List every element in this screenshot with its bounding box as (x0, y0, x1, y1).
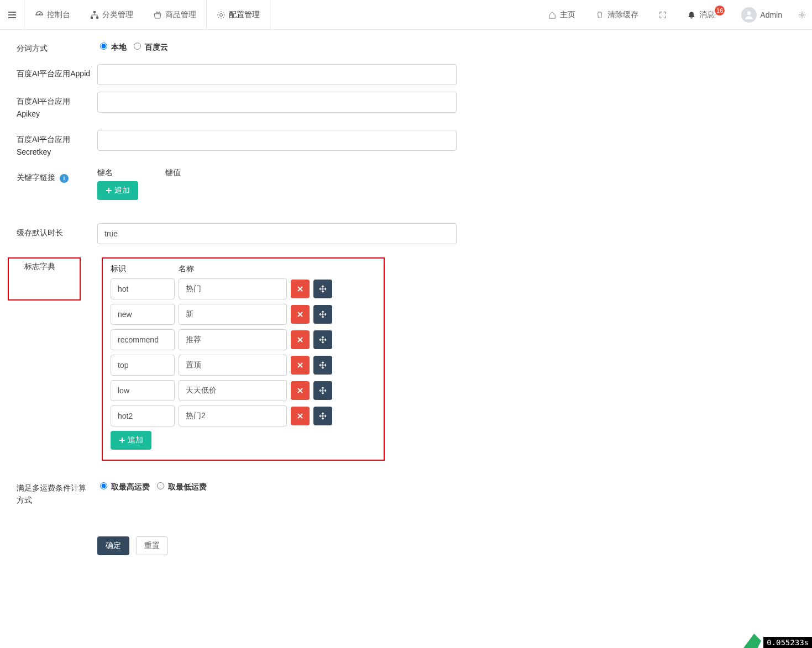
flag-delete-button[interactable] (291, 305, 310, 324)
apikey-label: 百度AI平台应用Apikey (0, 92, 97, 123)
svg-point-3 (220, 13, 223, 16)
nav-product[interactable]: 商品管理 (143, 0, 206, 29)
flag-move-button[interactable] (313, 280, 332, 298)
nav-messages[interactable]: 消息 16 (677, 0, 731, 29)
flag-id-input[interactable] (111, 405, 175, 426)
gear-icon (798, 10, 806, 19)
shipping-radio-group: 取最高运费 取最低运费 (97, 478, 209, 492)
reset-button[interactable]: 重置 (136, 536, 168, 555)
flag-name-input[interactable] (179, 329, 287, 350)
flag-header-id: 标识 (111, 264, 179, 274)
close-icon (297, 336, 303, 343)
trash-icon (595, 10, 604, 19)
flag-header: 标识 名称 (111, 264, 376, 274)
flag-id-input[interactable] (111, 329, 175, 350)
flag-name-input[interactable] (179, 278, 287, 299)
close-icon (297, 413, 303, 419)
shipping-radio-high[interactable] (100, 482, 107, 489)
svg-rect-0 (93, 11, 96, 13)
svg-point-5 (801, 13, 803, 15)
flag-delete-button[interactable] (291, 356, 310, 375)
menu-icon (8, 10, 17, 19)
flag-move-button[interactable] (313, 407, 332, 425)
message-badge: 16 (715, 6, 725, 15)
seg-radio-local[interactable] (100, 43, 107, 50)
flag-move-button[interactable] (313, 305, 332, 324)
flag-id-input[interactable] (111, 355, 175, 376)
plus-icon (119, 437, 125, 444)
flag-delete-button[interactable] (291, 407, 310, 425)
nav-console[interactable]: 控制台 (25, 0, 80, 29)
close-icon (297, 311, 303, 318)
info-icon[interactable]: i (60, 174, 69, 183)
bell-icon (687, 10, 696, 19)
nav-label: 主页 (560, 10, 575, 20)
kv-header-key: 键名 (97, 168, 165, 178)
svg-rect-1 (91, 17, 93, 19)
gear-icon (217, 10, 226, 19)
nav-home[interactable]: 主页 (538, 0, 585, 29)
flag-row (111, 405, 376, 426)
kv-append-button[interactable]: 追加 (97, 181, 138, 200)
nav-clear-cache[interactable]: 清除缓存 (585, 0, 648, 29)
nav-label: 消息 (699, 10, 715, 20)
nav-user[interactable]: Admin (731, 0, 792, 29)
flag-id-input[interactable] (111, 278, 175, 299)
flag-label: 标志字典 (24, 262, 55, 271)
move-icon (319, 285, 327, 293)
nav-label: 商品管理 (165, 10, 196, 20)
flag-name-input[interactable] (179, 304, 287, 325)
nav-settings[interactable] (792, 0, 812, 29)
kv-header: 键名 键值 (97, 168, 457, 178)
flag-id-input[interactable] (111, 304, 175, 325)
secret-label: 百度AI平台应用Secretkey (0, 130, 97, 161)
top-navbar: 控制台 分类管理 商品管理 配置管理 主页 (0, 0, 812, 30)
close-icon (297, 286, 303, 292)
basket-icon (153, 10, 162, 19)
flag-header-name: 名称 (179, 264, 289, 274)
keyword-link-label: 关键字链接 i (0, 168, 97, 187)
move-icon (319, 310, 327, 318)
flag-move-button[interactable] (313, 356, 332, 375)
flag-append-button[interactable]: 追加 (111, 431, 151, 450)
config-form: 分词方式 本地 百度云 百度AI平台应用Appid 百度AI平台应用Apikey… (0, 30, 812, 581)
move-icon (319, 387, 327, 394)
cache-label: 缓存默认时长 (0, 223, 97, 242)
flag-move-button[interactable] (313, 330, 332, 349)
appid-label: 百度AI平台应用Appid (0, 64, 97, 83)
flag-name-input[interactable] (179, 380, 287, 401)
seg-radio-local-label: 本地 (111, 43, 127, 51)
svg-rect-2 (96, 17, 98, 19)
cache-input[interactable] (97, 223, 457, 244)
sidebar-toggle[interactable] (0, 0, 25, 29)
appid-input[interactable] (97, 64, 457, 85)
plus-icon (106, 187, 112, 194)
flag-move-button[interactable] (313, 381, 332, 400)
nav-fullscreen[interactable] (648, 0, 677, 29)
move-icon (319, 336, 327, 344)
apikey-input[interactable] (97, 92, 457, 113)
nav-label: 清除缓存 (607, 10, 638, 20)
flag-delete-button[interactable] (291, 280, 310, 298)
secret-input[interactable] (97, 130, 457, 151)
nav-config[interactable]: 配置管理 (206, 0, 270, 29)
flag-id-input[interactable] (111, 380, 175, 401)
shipping-radio-low[interactable] (157, 482, 164, 489)
nav-label: 分类管理 (102, 10, 133, 20)
nav-label: 配置管理 (229, 10, 260, 20)
kv-header-value: 键值 (165, 168, 276, 178)
seg-label: 分词方式 (0, 39, 97, 57)
seg-radio-group: 本地 百度云 (97, 39, 170, 52)
flag-name-input[interactable] (179, 355, 287, 376)
submit-button[interactable]: 确定 (97, 536, 129, 555)
flag-delete-button[interactable] (291, 330, 310, 349)
flag-row (111, 278, 376, 299)
move-icon (319, 412, 327, 420)
close-icon (297, 387, 303, 394)
flag-delete-button[interactable] (291, 381, 310, 400)
shipping-radio-high-label: 取最高运费 (111, 482, 150, 491)
home-icon (548, 10, 557, 19)
nav-category[interactable]: 分类管理 (80, 0, 143, 29)
seg-radio-cloud[interactable] (134, 43, 141, 50)
flag-name-input[interactable] (179, 405, 287, 426)
